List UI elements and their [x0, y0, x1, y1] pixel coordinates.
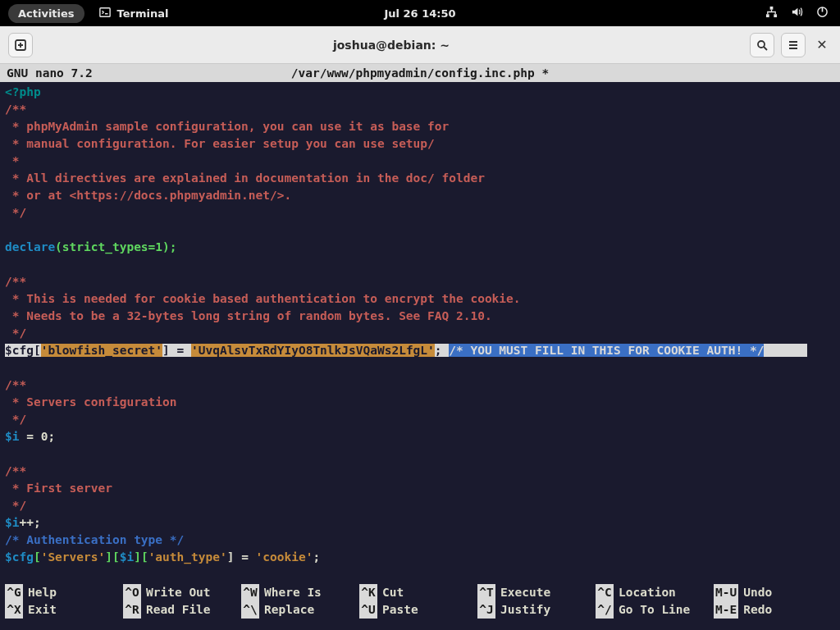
close-icon: ✕ [816, 37, 827, 52]
activities-button[interactable]: Activities [8, 4, 84, 23]
svg-point-6 [758, 41, 765, 48]
nano-version: GNU nano 7.2 [7, 64, 171, 82]
code-token: declare [5, 240, 55, 253]
code-line: * phpMyAdmin sample configuration, you c… [5, 120, 449, 133]
code-line: */ [5, 326, 26, 340]
code-line: * First server [5, 482, 112, 495]
editor-content[interactable]: <?php /** * phpMyAdmin sample configurat… [0, 82, 840, 584]
help-row: ^GHelp ^OWrite Out ^WWhere Is ^KCut ^TEx… [5, 584, 835, 601]
code-token: ++; [19, 516, 40, 529]
nano-help-bar: ^GHelp ^OWrite Out ^WWhere Is ^KCut ^TEx… [0, 584, 840, 622]
nano-status-bar: GNU nano 7.2 /var/www/phpmyadmin/config.… [0, 64, 840, 82]
topbar-tray [765, 6, 829, 21]
help-item[interactable]: ^GHelp [5, 584, 123, 601]
code-line: */ [5, 206, 26, 219]
code-line: * [5, 154, 19, 167]
nano-filename: /var/www/phpmyadmin/config.inc.php * [171, 64, 669, 82]
help-item[interactable]: ^/Go To Line [596, 601, 714, 619]
highlighted-line: $cfg['blowfish_secret'] = 'UvqAlsvTxRdYI… [5, 344, 807, 357]
help-item[interactable]: ^OWrite Out [123, 584, 241, 601]
network-icon[interactable] [765, 6, 778, 21]
svg-rect-0 [99, 7, 109, 16]
gnome-topbar: Activities Terminal Jul 26 14:50 [0, 0, 840, 26]
code-line: * Servers configuration [5, 395, 177, 409]
new-tab-button[interactable] [8, 33, 33, 57]
code-line: * Needs to be a 32-bytes long string of … [5, 309, 492, 322]
hamburger-menu-button[interactable] [781, 33, 806, 57]
terminal-headerbar: joshua@debian: ~ ✕ [0, 26, 840, 64]
code-line: */ [5, 413, 26, 426]
code-line: /* Authentication type */ [5, 533, 184, 546]
help-item[interactable]: ^UPaste [359, 601, 477, 619]
code-token: $i [5, 430, 19, 443]
help-item[interactable]: M-UUndo [714, 584, 832, 601]
help-row: ^XExit ^RRead File ^\Replace ^UPaste ^JJ… [5, 601, 835, 619]
code-token: (strict_types=1); [55, 240, 176, 253]
code-token: = 0; [19, 430, 55, 443]
code-line: */ [5, 499, 26, 512]
code-line: /** [5, 103, 26, 116]
code-line: * All directives are explained in docume… [5, 171, 485, 185]
code-line: * This is needed for cookie based authen… [5, 292, 521, 305]
code-token: $i [5, 516, 19, 529]
code-token: $cfg [5, 550, 34, 564]
svg-rect-3 [774, 14, 777, 17]
code-line: <?php [5, 85, 41, 98]
search-button[interactable] [750, 33, 774, 57]
topbar-app-label: Terminal [117, 7, 169, 20]
volume-icon[interactable] [791, 6, 803, 21]
code-line: /** [5, 464, 26, 477]
svg-rect-2 [766, 14, 769, 17]
help-item[interactable]: ^TExecute [477, 584, 596, 601]
window-title: joshua@debian: ~ [33, 39, 750, 52]
help-item[interactable]: ^CLocation [596, 584, 714, 601]
help-item[interactable]: M-ERedo [714, 601, 832, 619]
help-item[interactable]: ^WWhere Is [241, 584, 359, 601]
code-line: /** [5, 275, 26, 288]
svg-rect-1 [770, 7, 774, 10]
code-line: /** [5, 378, 26, 391]
window-close-button[interactable]: ✕ [812, 35, 832, 55]
help-item[interactable]: ^XExit [5, 601, 123, 619]
help-item[interactable]: ^JJustify [477, 601, 596, 619]
code-line: * manual configuration. For easier setup… [5, 137, 435, 150]
help-item[interactable]: ^RRead File [123, 601, 241, 619]
power-icon[interactable] [816, 6, 829, 21]
terminal-icon [99, 7, 111, 21]
topbar-clock[interactable]: Jul 26 14:50 [384, 7, 455, 20]
topbar-app[interactable]: Terminal [99, 7, 169, 21]
help-item[interactable]: ^\Replace [241, 601, 359, 619]
code-line: * or at <https://docs.phpmyadmin.net/>. [5, 189, 291, 202]
help-item[interactable]: ^KCut [359, 584, 477, 601]
